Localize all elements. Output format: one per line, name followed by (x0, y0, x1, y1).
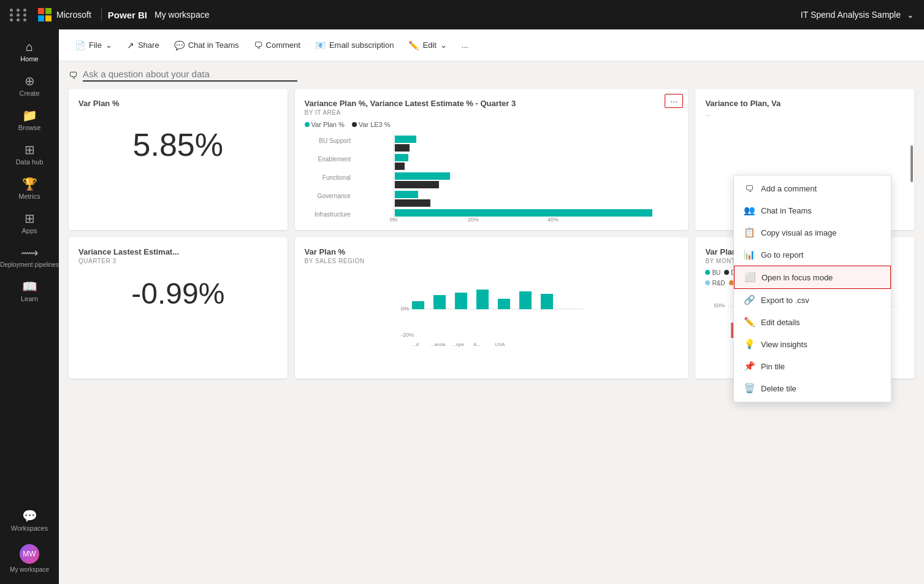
svg-text:-20%: -20% (400, 332, 413, 338)
tile-var-plan: Var Plan % 5.85% (69, 89, 288, 230)
share-label: Share (138, 40, 159, 50)
report-ctx-icon: 📊 (744, 249, 755, 260)
browse-icon: 📁 (22, 109, 37, 121)
report-title-area[interactable]: IT Spend Analysis Sample (801, 10, 914, 20)
svg-text:0%: 0% (389, 217, 397, 223)
ctx-delete-tile-label: Delete tile (761, 384, 796, 393)
bar-chart-svg: BU Support Enablement Functional Governa… (305, 131, 679, 223)
svg-rect-14 (394, 181, 438, 188)
ctx-copy-visual-label: Copy visual as image (761, 228, 837, 237)
tile-var-plan-sales: Var Plan % BY SALES REGION 0% -20% (295, 237, 689, 378)
learn-icon: 📖 (22, 280, 37, 293)
sidebar-item-metrics[interactable]: 🏆 Metrics (0, 172, 59, 206)
svg-text:Infrastructure: Infrastructure (315, 211, 351, 218)
focus-ctx-icon: ⬜ (744, 272, 755, 283)
file-button[interactable]: 📄 File ⌄ (69, 37, 118, 54)
svg-rect-10 (394, 144, 409, 152)
sidebar-item-deployment[interactable]: ⟿ Deployment pipelines (0, 240, 59, 274)
ask-bar: 🗨 (69, 69, 914, 82)
edit-button[interactable]: ✏️ Edit ⌄ (402, 37, 452, 54)
sidebar-item-browse[interactable]: 📁 Browse (0, 103, 59, 137)
sidebar-item-home[interactable]: ⌂ Home (0, 34, 59, 69)
ctx-add-comment[interactable]: 🗨 Add a comment (734, 178, 891, 199)
svg-rect-9 (394, 136, 416, 143)
file-chevron-icon: ⌄ (105, 40, 112, 50)
ctx-go-report[interactable]: 📊 Go to report (734, 244, 891, 266)
email-icon: 📧 (315, 40, 326, 50)
pin-ctx-icon: 📌 (744, 361, 755, 372)
tile-variance-title: Variance Lastest Estimat... (78, 247, 278, 256)
ctx-delete-tile[interactable]: 🗑️ Delete tile (734, 377, 891, 399)
sidebar-label-browse: Browse (18, 124, 41, 131)
comment-button[interactable]: 🗨 Comment (248, 37, 307, 54)
edit-icon: ✏️ (408, 40, 419, 50)
file-label: File (89, 40, 102, 50)
share-button[interactable]: ↗ Share (121, 37, 166, 54)
waffle-menu[interactable] (10, 9, 28, 21)
report-chevron-icon[interactable] (904, 10, 914, 20)
legend-item-1: Var Plan % (305, 121, 345, 128)
metrics-icon: 🏆 (22, 178, 37, 190)
ctx-copy-visual[interactable]: 📋 Copy visual as image (734, 221, 891, 244)
sales-bar-chart: 0% -20% ...d ...anda ...ope A... USA (305, 269, 679, 349)
tile-partial-subtitle: ... (705, 110, 904, 117)
sidebar-label-metrics: Metrics (18, 193, 40, 200)
svg-rect-15 (394, 191, 418, 198)
share-icon: ↗ (127, 40, 134, 50)
sidebar-item-myworkspace[interactable]: MW My workspace (10, 538, 49, 579)
svg-text:40%: 40% (547, 217, 558, 223)
toolbar: 📄 File ⌄ ↗ Share 💬 Chat in Teams 🗨 Comme… (59, 29, 924, 61)
sales-chart-area: 0% -20% ...d ...anda ...ope A... USA (305, 269, 679, 355)
sidebar-item-learn[interactable]: 📖 Learn (0, 274, 59, 309)
tile-chart-subtitle: BY IT AREA (305, 109, 679, 116)
tile-variance-subtitle: QUARTER 3 (78, 258, 278, 264)
svg-text:Enablement: Enablement (318, 156, 351, 163)
chat-teams-button[interactable]: 💬 Chat in Teams (168, 37, 245, 54)
sidebar-item-create[interactable]: ⊕ Create (0, 69, 59, 103)
tile-variance-latest: Variance Lastest Estimat... QUARTER 3 -0… (69, 237, 288, 378)
ctx-view-insights[interactable]: 💡 View insights (734, 333, 891, 355)
export-ctx-icon: 🔗 (744, 294, 755, 305)
top-bar: Microsoft Power BI My workspace IT Spend… (0, 0, 924, 29)
ctx-focus-mode[interactable]: ⬜ Open in focus mode (734, 266, 891, 289)
comment-icon: 🗨 (254, 40, 262, 50)
comment-label: Comment (266, 40, 300, 50)
svg-text:Functional: Functional (322, 174, 350, 181)
ms-logo (38, 8, 52, 21)
svg-rect-22 (411, 301, 424, 309)
sidebar-label-datahub: Data hub (16, 158, 44, 166)
tile-chart-title: Variance Plan %, Variance Latest Estimat… (305, 99, 679, 108)
chart-area: BU Support Enablement Functional Governa… (305, 131, 679, 217)
apps-icon: ⊞ (25, 212, 35, 225)
ctx-chat-teams[interactable]: 👥 Chat in Teams (734, 199, 891, 221)
ctx-edit-details[interactable]: ✏️ Edit details (734, 311, 891, 333)
edit-ctx-icon: ✏️ (744, 317, 755, 328)
tile-partial-title: Variance to Plan, Va (705, 99, 904, 108)
legend-bu: BU (705, 269, 720, 276)
edit-label: Edit (422, 40, 436, 50)
sidebar-item-apps[interactable]: ⊞ Apps (0, 206, 59, 240)
svg-text:50%: 50% (714, 302, 725, 309)
ctx-export-csv[interactable]: 🔗 Export to .csv (734, 289, 891, 311)
scrollbar-thumb[interactable] (911, 145, 913, 182)
svg-text:0%: 0% (400, 305, 408, 312)
svg-rect-26 (497, 299, 510, 309)
more-button[interactable]: ... (456, 37, 475, 53)
home-icon: ⌂ (26, 40, 33, 53)
sidebar-label-home: Home (20, 55, 38, 63)
chart-more-button[interactable]: ··· (665, 94, 684, 108)
ask-input[interactable] (83, 69, 297, 82)
sidebar-item-datahub[interactable]: ⊞ Data hub (0, 137, 59, 172)
teams-icon: 💬 (174, 40, 185, 50)
ctx-go-report-label: Go to report (761, 250, 803, 259)
deployment-icon: ⟿ (21, 247, 39, 259)
tile-main-chart: ··· Variance Plan %, Variance Latest Est… (295, 89, 689, 230)
svg-rect-25 (476, 290, 488, 309)
svg-rect-13 (394, 172, 449, 180)
tile-sales-subtitle: BY SALES REGION (305, 258, 679, 264)
email-subscription-button[interactable]: 📧 Email subscription (309, 37, 400, 54)
svg-rect-12 (394, 163, 404, 170)
ctx-pin-tile[interactable]: 📌 Pin tile (734, 355, 891, 377)
tile-sales-title: Var Plan % (305, 247, 679, 256)
sidebar-item-workspaces[interactable]: 💬 Workspaces (10, 504, 49, 538)
